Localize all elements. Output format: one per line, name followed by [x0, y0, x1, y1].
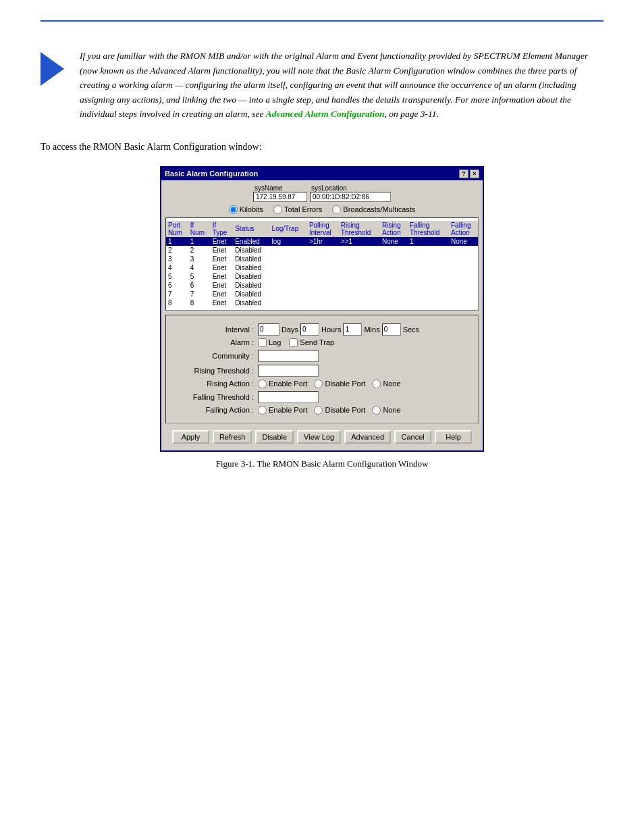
send-trap-label: Send Trap	[300, 338, 334, 346]
config-section: Interval : Days Hours Mins Secs	[165, 315, 479, 423]
disable-button[interactable]: Disable	[255, 430, 294, 444]
table-cell: >>1	[339, 237, 380, 246]
rising-none[interactable]: None	[372, 380, 400, 388]
table-row[interactable]: 55EnetDisabled	[166, 272, 478, 281]
cancel-button[interactable]: Cancel	[394, 430, 431, 444]
advanced-alarm-link[interactable]: Advanced Alarm Configuration	[266, 109, 385, 119]
table-cell: 6	[188, 281, 211, 290]
radio-broadcasts-input[interactable]	[332, 205, 341, 214]
table-cell	[449, 246, 478, 255]
rising-threshold-input[interactable]	[258, 365, 319, 377]
advanced-button[interactable]: Advanced	[344, 430, 391, 444]
falling-action-radios: Enable Port Disable Port None	[258, 406, 401, 415]
table-cell: 2	[188, 246, 211, 255]
falling-none-radio[interactable]	[372, 406, 381, 415]
radio-row: Kilobits Total Errors Broadcasts/Multica…	[165, 205, 479, 214]
figure-caption: Figure 3-1. The RMON Basic Alarm Configu…	[41, 459, 603, 469]
interval-input[interactable]	[258, 323, 279, 336]
log-check[interactable]: Log	[258, 338, 281, 347]
table-cell	[380, 246, 408, 255]
falling-disable-port[interactable]: Disable Port	[314, 406, 365, 415]
close-titlebar-button[interactable]: ×	[470, 170, 479, 178]
table-cell	[380, 272, 408, 281]
table-cell	[270, 290, 307, 298]
falling-threshold-input[interactable]	[258, 391, 319, 403]
table-row[interactable]: 33EnetDisabled	[166, 255, 478, 263]
button-row: Apply Refresh Disable View Log Advanced …	[165, 427, 479, 446]
th-polling-interval: PollingInterval	[307, 221, 339, 237]
table-cell	[380, 290, 408, 298]
send-trap-check[interactable]: Send Trap	[289, 338, 334, 347]
log-checkbox[interactable]	[258, 338, 267, 347]
table-cell: Enet	[211, 272, 234, 281]
table-cell	[449, 263, 478, 272]
rising-enable-port-radio[interactable]	[258, 380, 267, 388]
table-cell: 8	[188, 298, 211, 307]
falling-none[interactable]: None	[372, 406, 400, 415]
mins-input[interactable]	[382, 323, 401, 336]
community-input[interactable]	[258, 350, 319, 362]
table-cell: 3	[188, 255, 211, 263]
rising-disable-port-label: Disable Port	[325, 380, 365, 388]
apply-button[interactable]: Apply	[172, 430, 209, 444]
help-titlebar-button[interactable]: ?	[459, 170, 468, 178]
hours-input[interactable]	[343, 323, 362, 336]
table-cell: None	[449, 237, 478, 246]
alarm-row: Alarm : Log Send Trap	[173, 338, 471, 347]
falling-enable-port-radio[interactable]	[258, 406, 267, 415]
rising-action-radios: Enable Port Disable Port None	[258, 380, 401, 388]
radio-total-errors-input[interactable]	[273, 205, 282, 214]
table-cell	[270, 298, 307, 307]
radio-broadcasts[interactable]: Broadcasts/Multicasts	[332, 205, 415, 214]
view-log-button[interactable]: View Log	[297, 430, 341, 444]
note-text-part2: , on	[385, 109, 401, 119]
table-cell: >1hr	[307, 237, 339, 246]
falling-disable-port-radio[interactable]	[314, 406, 323, 415]
days-input[interactable]	[300, 323, 319, 336]
help-button[interactable]: Help	[435, 430, 472, 444]
send-trap-checkbox[interactable]	[289, 338, 298, 347]
table-cell	[408, 255, 449, 263]
table-row[interactable]: 44EnetDisabled	[166, 263, 478, 272]
note-text: If you are familiar with the RMON MIB an…	[80, 49, 603, 122]
days-label: Days	[281, 325, 298, 334]
table-cell	[339, 255, 380, 263]
table-cell	[307, 290, 339, 298]
mins-label: Mins	[364, 325, 379, 334]
table-cell: Enet	[211, 246, 234, 255]
table-row[interactable]: 11EnetEnabledlog>1hr>>1None1None	[166, 237, 478, 246]
th-if-type: IfType	[211, 221, 234, 237]
rising-disable-port[interactable]: Disable Port	[314, 380, 365, 388]
table-cell: Enet	[211, 255, 234, 263]
table-row[interactable]: 77EnetDisabled	[166, 290, 478, 298]
table-cell	[408, 290, 449, 298]
table-row[interactable]: 88EnetDisabled	[166, 298, 478, 307]
rising-action-row: Rising Action : Enable Port Disable Port	[173, 380, 471, 388]
falling-enable-port[interactable]: Enable Port	[258, 406, 307, 415]
rising-disable-port-radio[interactable]	[314, 380, 323, 388]
page-ref: page 3-11	[400, 109, 436, 119]
table-cell: Enet	[211, 237, 234, 246]
rising-enable-port[interactable]: Enable Port	[258, 380, 307, 388]
table-cell	[270, 255, 307, 263]
table-cell: Enet	[211, 281, 234, 290]
rising-threshold-label: Rising Threshold :	[173, 367, 254, 375]
table-container: PortNum IfNum IfType Status Log/Trap Pol…	[165, 217, 479, 311]
refresh-button[interactable]: Refresh	[213, 430, 252, 444]
table-cell	[408, 298, 449, 307]
table-row[interactable]: 66EnetDisabled	[166, 281, 478, 290]
table-cell: Enabled	[233, 237, 269, 246]
table-cell	[307, 255, 339, 263]
th-log-trap: Log/Trap	[270, 221, 307, 237]
table-cell: Disabled	[233, 272, 269, 281]
table-cell	[270, 246, 307, 255]
table-cell	[339, 281, 380, 290]
table-cell: Disabled	[233, 255, 269, 263]
sys-name-field: sysName 172.19.59.87	[253, 184, 307, 202]
table-row[interactable]: 22EnetDisabled	[166, 246, 478, 255]
falling-disable-port-label: Disable Port	[325, 406, 365, 414]
radio-total-errors[interactable]: Total Errors	[273, 205, 322, 214]
radio-kilobits-input[interactable]	[229, 205, 238, 214]
radio-kilobits[interactable]: Kilobits	[229, 205, 263, 214]
rising-none-radio[interactable]	[372, 380, 381, 388]
